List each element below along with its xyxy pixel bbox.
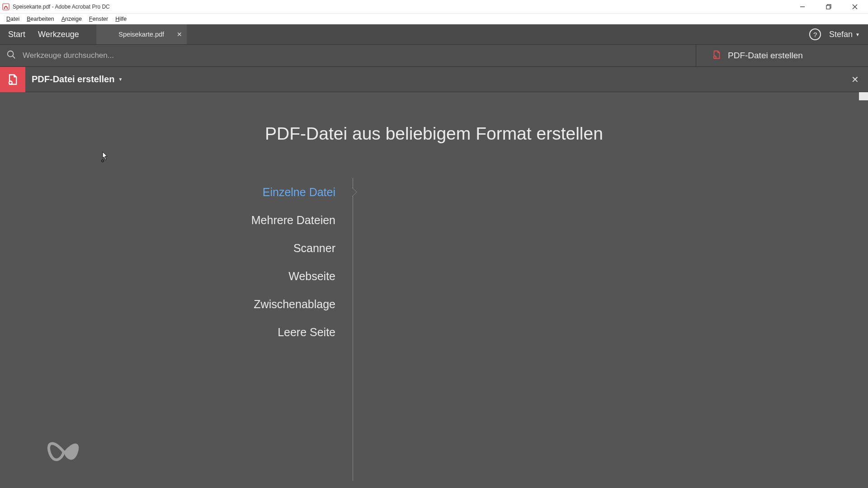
menu-item-label: B <box>27 16 30 22</box>
user-name: Stefan <box>829 30 853 39</box>
tool-header-dropdown[interactable]: PDF-Datei erstellen ▼ <box>32 74 123 84</box>
option-label: Scanner <box>293 242 335 255</box>
nav-start[interactable]: Start <box>8 30 25 39</box>
svg-point-10 <box>102 160 104 162</box>
option-label: Einzelne Datei <box>263 186 335 199</box>
tools-search-input[interactable] <box>23 51 696 60</box>
document-tab[interactable]: Speisekarte.pdf ✕ <box>96 24 187 44</box>
menu-item-label: H <box>115 16 119 22</box>
scrollbar-stub[interactable] <box>859 92 868 100</box>
option-label: Mehrere Dateien <box>251 214 335 227</box>
source-options: Einzelne Datei Mehrere Dateien Scanner W… <box>0 178 352 346</box>
maximize-button[interactable] <box>816 0 842 13</box>
vertical-divider <box>353 178 353 481</box>
svg-line-7 <box>13 56 15 58</box>
tool-header-title: PDF-Datei erstellen <box>32 74 114 84</box>
tool-header-icon <box>0 67 25 92</box>
menu-anzeige[interactable]: Anzeige <box>58 15 85 23</box>
page-title: PDF-Datei aus beliebigem Format erstelle… <box>0 124 868 144</box>
option-scanner[interactable]: Scanner <box>0 234 352 262</box>
svg-rect-3 <box>826 5 830 9</box>
create-pdf-icon <box>712 50 722 62</box>
search-row: PDF-Datei erstellen <box>0 44 868 67</box>
menu-item-label-rest: enster <box>92 16 108 22</box>
menu-item-label: A <box>61 16 65 22</box>
menu-item-label-rest: earbeiten <box>31 16 54 22</box>
option-multiple-files[interactable]: Mehrere Dateien <box>0 206 352 234</box>
option-label: Zwischenablage <box>254 298 335 311</box>
tool-header: PDF-Datei erstellen ▼ ✕ <box>0 67 868 92</box>
option-blank-page[interactable]: Leere Seite <box>0 318 352 346</box>
butterfly-watermark-icon <box>43 434 84 470</box>
menu-item-label-rest: ilfe <box>119 16 127 22</box>
search-area <box>0 45 696 66</box>
close-window-button[interactable] <box>842 0 868 13</box>
window-title: Speisekarte.pdf - Adobe Acrobat Pro DC <box>13 4 110 10</box>
menu-item-label: D <box>6 16 10 22</box>
svg-point-6 <box>8 51 14 57</box>
option-webpage[interactable]: Webseite <box>0 262 352 290</box>
right-panel-tool[interactable]: PDF-Datei erstellen <box>696 45 868 66</box>
menu-item-label-rest: nzeige <box>65 16 82 22</box>
menu-bar: Datei Bearbeiten Anzeige Fenster Hilfe <box>0 14 868 24</box>
top-nav: Start Werkzeuge Speisekarte.pdf ✕ ? Stef… <box>0 24 868 44</box>
menu-item-label-rest: atei <box>10 16 19 22</box>
pointer-cursor-icon <box>99 151 108 164</box>
main-area: PDF-Datei aus beliebigem Format erstelle… <box>0 92 868 488</box>
chevron-down-icon: ▼ <box>118 77 123 82</box>
menu-fenster[interactable]: Fenster <box>85 15 112 23</box>
option-label: Webseite <box>288 270 335 283</box>
window-titlebar: Speisekarte.pdf - Adobe Acrobat Pro DC <box>0 0 868 14</box>
menu-datei[interactable]: Datei <box>3 15 23 23</box>
acrobat-app-icon <box>2 3 10 11</box>
option-label: Leere Seite <box>278 326 335 339</box>
close-tab-icon[interactable]: ✕ <box>177 31 182 38</box>
nav-tools[interactable]: Werkzeuge <box>38 30 79 39</box>
window-buttons <box>789 0 868 13</box>
menu-hilfe[interactable]: Hilfe <box>112 15 130 23</box>
close-panel-button[interactable]: ✕ <box>851 74 859 85</box>
search-icon <box>6 50 16 61</box>
option-clipboard[interactable]: Zwischenablage <box>0 290 352 318</box>
option-single-file[interactable]: Einzelne Datei <box>0 178 352 206</box>
user-menu[interactable]: Stefan ▼ <box>829 30 860 39</box>
chevron-down-icon: ▼ <box>855 32 860 37</box>
help-icon[interactable]: ? <box>809 28 821 40</box>
right-panel-tool-label: PDF-Datei erstellen <box>728 51 803 61</box>
minimize-button[interactable] <box>789 0 816 13</box>
menu-bearbeiten[interactable]: Bearbeiten <box>23 15 57 23</box>
document-tab-label: Speisekarte.pdf <box>118 31 164 38</box>
